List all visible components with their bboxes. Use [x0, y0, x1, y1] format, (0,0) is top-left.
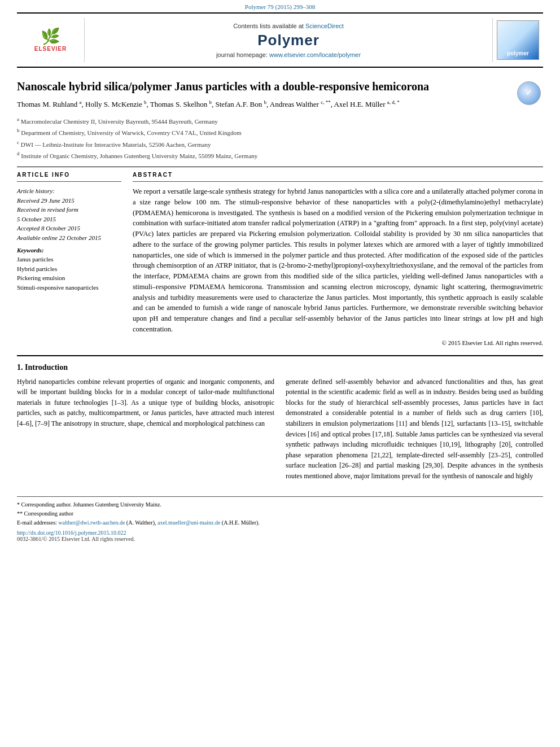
body-text-left: Hybrid nanoparticles combine relevant pr… [17, 377, 274, 429]
journal-citation-bar: Polymer 79 (2015) 299–308 [0, 0, 560, 12]
intro-para-right: generate defined self-assembly behavior … [286, 377, 543, 482]
journal-title: Polymer [257, 32, 320, 49]
keyword-3: Pickering emulsion [17, 273, 121, 283]
polymer-logo-area: polymer [492, 18, 543, 62]
keyword-2: Hybrid particles [17, 264, 121, 274]
header-divider [17, 167, 543, 167]
history-label: Article history: [17, 186, 121, 196]
body-right-col: generate defined self-assembly behavior … [286, 377, 543, 486]
intro-para-left: Hybrid nanoparticles combine relevant pr… [17, 377, 274, 429]
keyword-1: Janus particles [17, 255, 121, 264]
history-revised-label: Received in revised form [17, 205, 121, 215]
article-info-col: Article Info Article history: Received 2… [17, 172, 121, 346]
email-label: E-mail addresses: [17, 519, 57, 526]
abstract-header: Abstract [133, 172, 543, 178]
issn-line: 0032-3861/© 2015 Elsevier Ltd. All right… [17, 536, 135, 542]
keywords-label: Keywords: [17, 247, 121, 254]
article-history: Article history: Received 29 June 2015 R… [17, 186, 121, 242]
crossmark-icon: ✓ [517, 81, 541, 105]
body-text-right: generate defined self-assembly behavior … [286, 377, 543, 482]
journal-citation: Polymer 79 (2015) 299–308 [245, 3, 315, 10]
author-5: Andreas Walther c, **, [270, 100, 334, 108]
article-info-abstract: Article Info Article history: Received 2… [17, 172, 543, 346]
history-accepted: Accepted 8 October 2015 [17, 224, 121, 233]
polymer-logo-text: polymer [507, 50, 529, 56]
page-footer: * Corresponding author. Johannes Gutenbe… [17, 496, 543, 542]
affiliation-d: d Institute of Organic Chemistry, Johann… [17, 150, 543, 161]
email-2-link[interactable]: axel.mueller@uni-mainz.de [158, 519, 220, 526]
email1-suffix: (A. Walther), [126, 519, 156, 526]
polymer-logo-box: polymer [497, 20, 539, 60]
footer-bottom: http://dx.doi.org/10.1016/j.polymer.2015… [17, 530, 543, 542]
email-1-link[interactable]: walther@dwi.rwth-aachen.de [58, 519, 125, 526]
history-revised-date: 5 October 2015 [17, 215, 121, 224]
article-title-container: Nanoscale hybrid silica/polymer Janus pa… [17, 79, 543, 94]
article-content: Nanoscale hybrid silica/polymer Janus pa… [0, 68, 560, 492]
article-info-divider [17, 181, 121, 182]
elsevier-wordmark: ELSEVIER [34, 46, 67, 52]
email2-suffix: (A.H.E. Müller). [222, 519, 260, 526]
journal-center-header: Contents lists available at ScienceDirec… [85, 18, 492, 62]
footnote-star: * Corresponding author. Johannes Gutenbe… [17, 500, 543, 509]
section-number: 1. [17, 363, 23, 372]
footnote-star-star: ** Corresponding author [17, 509, 543, 518]
body-left-col: Hybrid nanoparticles combine relevant pr… [17, 377, 274, 486]
intro-section-title: 1. Introduction [17, 363, 543, 372]
copyright-line: © 2015 Elsevier Ltd. All rights reserved… [133, 339, 543, 346]
affiliation-b: b Department of Chemistry, University of… [17, 126, 543, 138]
elsevier-logo-image: 🌿 ELSEVIER [25, 25, 76, 56]
keywords-section: Keywords: Janus particles Hybrid particl… [17, 247, 121, 292]
article-title-text: Nanoscale hybrid silica/polymer Janus pa… [17, 80, 429, 93]
keyword-4: Stimuli-responsive nanoparticles [17, 283, 121, 292]
footnote-email: E-mail addresses: walther@dwi.rwth-aache… [17, 518, 543, 527]
affiliation-a: a Macromolecular Chemistry II, Universit… [17, 115, 543, 126]
affiliations: a Macromolecular Chemistry II, Universit… [17, 115, 543, 161]
author-6: Axel H.E. Müller a, d, * [334, 100, 399, 108]
body-section: 1. Introduction Hybrid nanoparticles com… [17, 355, 543, 486]
homepage-label: journal homepage: [216, 51, 268, 58]
author-2: Holly S. McKenzie b, [85, 100, 150, 108]
abstract-text: We report a versatile large-scale synthe… [133, 186, 543, 335]
homepage-line: journal homepage: www.elsevier.com/locat… [216, 51, 361, 58]
author-4: Stefan A.F. Bon b, [215, 100, 269, 108]
history-received: Received 29 June 2015 [17, 196, 121, 206]
contents-label: Contents lists available at [233, 23, 304, 29]
history-online: Available online 22 October 2015 [17, 233, 121, 243]
abstract-paragraph: We report a versatile large-scale synthe… [133, 186, 543, 335]
homepage-url[interactable]: www.elsevier.com/locate/polymer [269, 51, 361, 58]
author-3: Thomas S. Skelhon b, [150, 100, 216, 108]
affiliation-c: c DWI — Leibniz-Institute for Interactiv… [17, 138, 543, 150]
elsevier-tree-icon: 🌿 [41, 29, 60, 45]
section-title-text: Introduction [25, 363, 68, 372]
contents-available-line: Contents lists available at ScienceDirec… [233, 23, 344, 29]
doi-link[interactable]: http://dx.doi.org/10.1016/j.polymer.2015… [17, 530, 126, 536]
abstract-divider [133, 181, 543, 182]
authors-line: Thomas M. Ruhland a, Holly S. McKenzie b… [17, 98, 543, 111]
body-two-col: Hybrid nanoparticles combine relevant pr… [17, 377, 543, 486]
journal-header: 🌿 ELSEVIER Contents lists available at S… [17, 12, 543, 68]
elsevier-logo-area: 🌿 ELSEVIER [17, 18, 85, 62]
author-1: Thomas M. Ruhland a, [17, 100, 85, 108]
sciencedirect-link[interactable]: ScienceDirect [305, 23, 344, 29]
elsevier-logo: 🌿 ELSEVIER [25, 25, 76, 56]
crossmark-badge[interactable]: ✓ [515, 79, 543, 107]
article-info-header: Article Info [17, 172, 121, 178]
abstract-col: Abstract We report a versatile large-sca… [133, 172, 543, 346]
